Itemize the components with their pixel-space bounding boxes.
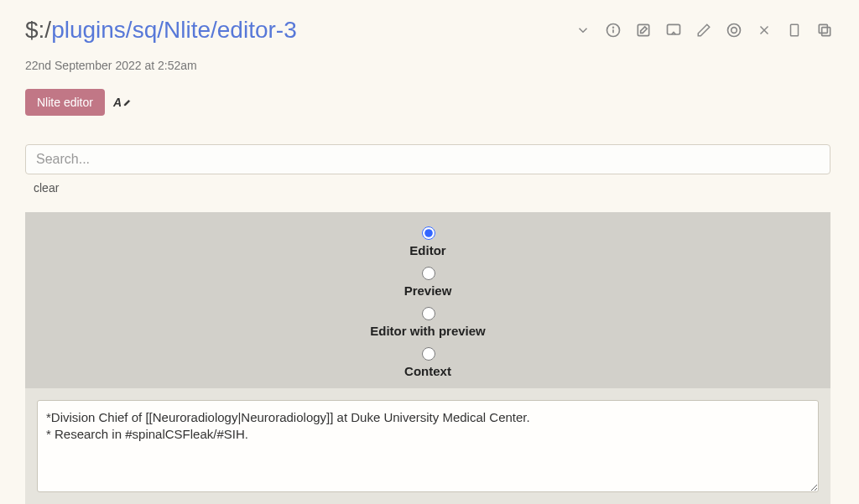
copy-icon[interactable]	[815, 21, 834, 39]
editor-area	[25, 388, 830, 504]
pencil-icon[interactable]	[695, 21, 713, 39]
tag-nlite-editor[interactable]: Nlite editor	[25, 89, 105, 116]
fold-icon[interactable]	[785, 21, 804, 39]
svg-point-6	[731, 28, 737, 34]
search-input[interactable]	[25, 144, 830, 174]
title-prefix: $:/	[25, 17, 51, 43]
svg-point-5	[728, 24, 741, 37]
tag-format-action[interactable]: A	[113, 96, 131, 109]
timestamp: 22nd September 2022 at 2:52am	[25, 59, 834, 72]
radio-context-label: Context	[404, 364, 451, 378]
close-icon[interactable]	[755, 21, 773, 39]
svg-rect-9	[791, 24, 799, 36]
editor-textarea[interactable]	[37, 400, 819, 492]
svg-rect-3	[638, 24, 648, 35]
edit-icon[interactable]	[634, 21, 653, 39]
svg-point-2	[613, 27, 614, 28]
radio-editor[interactable]	[422, 226, 435, 240]
radio-preview[interactable]	[422, 267, 435, 280]
mode-panel: Editor Preview Editor with preview Conte…	[25, 212, 830, 388]
radio-editor-preview-label: Editor with preview	[370, 324, 486, 338]
radio-editor-preview[interactable]	[422, 307, 435, 320]
radio-context[interactable]	[422, 347, 435, 361]
page-title[interactable]: $:/plugins/sq/Nlite/editor-3	[25, 17, 297, 44]
radio-editor-label: Editor	[409, 243, 445, 257]
info-icon[interactable]	[604, 21, 622, 39]
svg-rect-10	[822, 28, 830, 36]
target-icon[interactable]	[725, 21, 743, 39]
presentation-icon[interactable]	[664, 21, 683, 39]
clear-button[interactable]: clear	[34, 181, 59, 195]
title-path: plugins/sq/Nlite/editor-3	[51, 17, 297, 43]
radio-preview-label: Preview	[404, 283, 452, 298]
toolbar	[574, 21, 834, 39]
expand-icon[interactable]	[574, 21, 592, 39]
svg-rect-11	[819, 24, 827, 33]
